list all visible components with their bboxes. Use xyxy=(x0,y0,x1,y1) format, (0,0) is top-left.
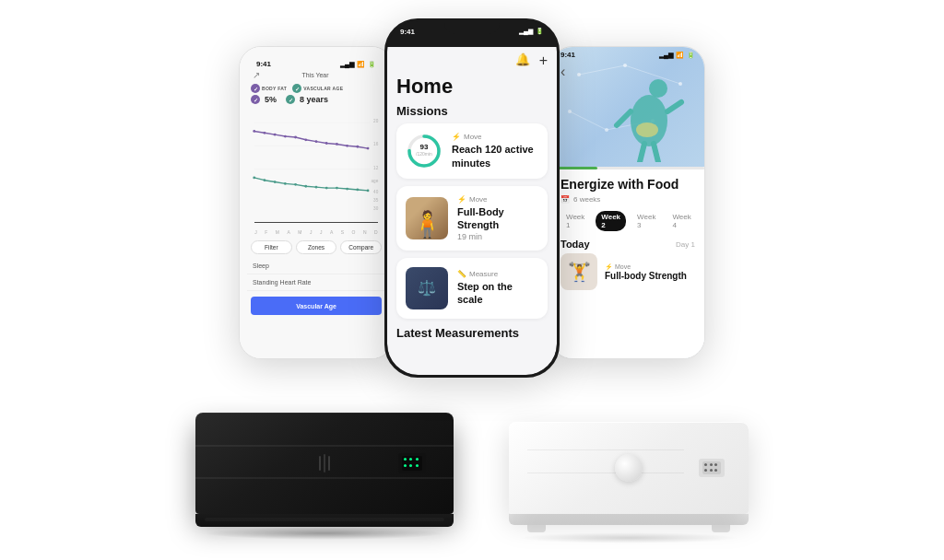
zones-btn[interactable]: Zones xyxy=(296,240,337,254)
right-status-bar: 9:41 ▂▄▆ 📶 🔋 xyxy=(551,47,704,61)
svg-text:20: 20 xyxy=(373,119,379,123)
svg-line-51 xyxy=(667,102,681,111)
mission-1-info: ⚡ Move Reach 120 active minutes xyxy=(452,133,538,169)
activity-tag-icon: ⚡ xyxy=(605,263,613,271)
mission-ring: 93 /120min xyxy=(406,133,442,169)
measure-icon: 📏 xyxy=(457,270,466,278)
center-action-icons: 🔔 + xyxy=(515,52,548,69)
chart-x-labels: JFMAM JJASO ND xyxy=(247,228,385,235)
wifi-icon: 📶 xyxy=(357,61,365,68)
svg-point-54 xyxy=(636,122,658,137)
svg-point-12 xyxy=(274,134,277,136)
wdot-6 xyxy=(714,469,717,472)
svg-line-52 xyxy=(640,144,644,162)
week-4-tab[interactable]: Week 4 xyxy=(667,211,695,231)
right-hero: ‹ xyxy=(551,47,704,167)
white-scale-body xyxy=(509,422,749,514)
program-duration: 6 weeks xyxy=(573,195,600,204)
sleep-item[interactable]: Sleep xyxy=(247,258,385,274)
white-line-2 xyxy=(527,472,684,473)
white-scale-feet xyxy=(509,525,749,532)
calendar-icon: 📅 xyxy=(560,195,570,204)
wdot-1 xyxy=(704,463,707,466)
mission-card-1[interactable]: 93 /120min ⚡ Move Reach 120 active minut… xyxy=(396,123,548,179)
svg-point-13 xyxy=(284,135,287,138)
move-icon-1: ⚡ xyxy=(452,133,461,141)
program-progress-bar xyxy=(551,167,704,169)
dot-5 xyxy=(409,464,412,467)
standing-hr-item[interactable]: Standing Heart Rate xyxy=(247,274,385,291)
lp-stats: ✓ 5% ✓ 8 years xyxy=(247,95,385,108)
knob-circle xyxy=(615,454,643,482)
filter-btn[interactable]: Filter xyxy=(251,240,292,254)
white-scale-foot xyxy=(509,514,749,525)
legend-body-fat: ✓ BODY FAT xyxy=(251,84,287,93)
bell-icon[interactable]: 🔔 xyxy=(515,52,530,69)
week-1-tab[interactable]: Week 1 xyxy=(560,211,590,231)
svg-line-53 xyxy=(654,144,658,162)
svg-text:16: 16 xyxy=(373,142,379,146)
period-label: This Year xyxy=(301,72,328,78)
svg-text:/120min: /120min xyxy=(416,151,432,157)
black-scale-center xyxy=(319,454,330,472)
foot-bump-r xyxy=(712,525,730,532)
activity-tag: ⚡ Move xyxy=(605,263,687,271)
back-button[interactable]: ‹ xyxy=(560,64,565,80)
today-section: Today Day 1 xyxy=(560,239,695,250)
mission-3-tag: 📏 Measure xyxy=(457,270,538,278)
wdot-4 xyxy=(704,469,707,472)
svg-point-16 xyxy=(315,140,318,143)
bf-icon: ✓ xyxy=(251,95,260,104)
activity-name: Full-body Strength xyxy=(605,271,687,281)
move-icon-2: ⚡ xyxy=(457,195,466,204)
svg-point-22 xyxy=(253,176,255,179)
week-tabs: Week 1 Week 2 Week 3 Week 4 W› xyxy=(560,211,695,231)
left-time: 9:41 xyxy=(256,60,271,68)
battery-icon: 🔋 xyxy=(368,61,376,68)
wdot-2 xyxy=(710,463,713,466)
mission-card-3[interactable]: ⚖️ 📏 Measure Step on the scale xyxy=(396,258,548,319)
week-3-tab[interactable]: Week 3 xyxy=(631,211,661,231)
svg-text:age: age xyxy=(371,179,378,183)
svg-point-25 xyxy=(284,182,287,185)
svg-point-24 xyxy=(274,181,277,183)
signal-icon: ▂▄▆ xyxy=(340,61,354,68)
legend-vascular: ✓ VASCULAR AGE xyxy=(292,84,343,93)
foot-bump-l xyxy=(527,525,546,532)
svg-point-28 xyxy=(315,186,318,189)
compare-btn[interactable]: Compare xyxy=(340,240,382,254)
scale-bar-3 xyxy=(328,456,330,471)
stat-body-fat: ✓ 5% xyxy=(251,95,277,104)
center-phone: 9:41 ▂▄▆ 🔋 🔔 + Home Missions xyxy=(384,18,560,378)
dot-2 xyxy=(409,458,412,461)
missions-section-title: Missions xyxy=(396,104,548,118)
svg-text:12: 12 xyxy=(373,166,379,170)
svg-point-17 xyxy=(325,142,328,145)
home-title: Home xyxy=(396,75,548,99)
activity-card[interactable]: 🏋️ ⚡ Move Full-body Strength xyxy=(560,253,695,290)
white-scale-knob xyxy=(615,454,643,482)
white-scale xyxy=(509,422,749,551)
mission-3-name: Step on the scale xyxy=(457,280,538,307)
svg-point-27 xyxy=(304,185,307,188)
svg-text:30: 30 xyxy=(373,206,379,211)
black-scale-display xyxy=(398,453,426,473)
black-display-inner xyxy=(402,456,422,471)
right-content: Energize with Food 📅 6 weeks Week 1 Week… xyxy=(551,169,704,358)
today-label: Today xyxy=(560,239,590,250)
notch-bar: 9:41 ▂▄▆ 🔋 xyxy=(387,21,557,47)
add-icon[interactable]: + xyxy=(539,52,548,69)
svg-point-14 xyxy=(294,136,297,139)
week-2-tab[interactable]: Week 2 xyxy=(596,211,626,231)
svg-point-29 xyxy=(325,187,328,190)
dot-6 xyxy=(416,464,419,467)
svg-point-30 xyxy=(336,187,338,190)
mission-card-2[interactable]: 🧍 ⚡ Move Full-Body Strength 19 min xyxy=(396,186,548,251)
back-arrow-icon[interactable]: ↗ xyxy=(253,70,260,80)
mission-1-tag: ⚡ Move xyxy=(452,133,538,141)
svg-text:93: 93 xyxy=(420,143,429,151)
hero-person-svg xyxy=(612,70,686,162)
ring-svg: 93 /120min xyxy=(406,133,442,169)
center-time: 9:41 xyxy=(400,28,415,36)
vascular-age-bar[interactable]: Vascular Age xyxy=(251,297,382,315)
